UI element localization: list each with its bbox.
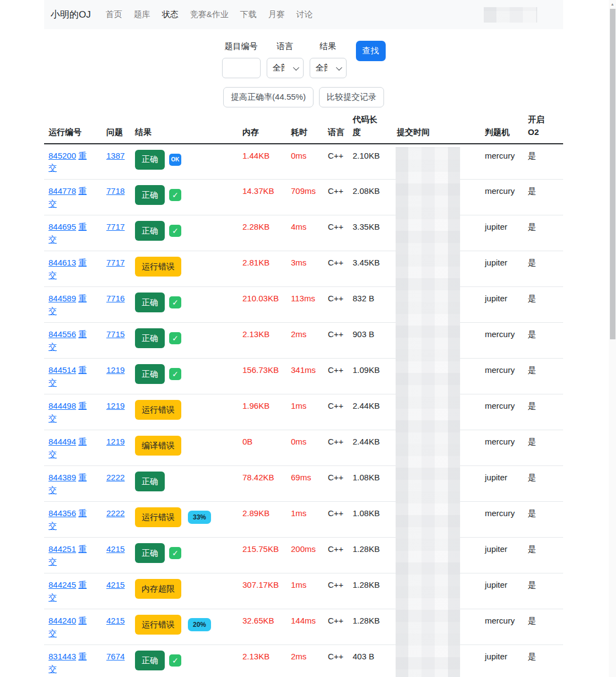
run-id-link[interactable]: 844556	[48, 329, 76, 339]
run-id-link[interactable]: 844251	[48, 544, 76, 554]
run-id-link[interactable]: 844514	[48, 365, 76, 375]
run-id-link[interactable]: 844613	[48, 258, 76, 267]
judger-value: mercury	[480, 359, 523, 394]
o2-value: 是	[523, 502, 563, 538]
table-row: 844251 重交 4215 正确 ✓ 215.75KB 200ms C++ 1…	[44, 538, 563, 573]
memory-value: 1.96KB	[238, 394, 287, 430]
code-length-value: 2.10KB	[348, 144, 392, 180]
language-value: C++	[323, 180, 348, 215]
code-length-value: 1.28KB	[348, 609, 392, 645]
table-row: 844556 重交 7715 正确 ✓ 2.13KB 2ms C++ 903 B…	[44, 323, 563, 359]
nav-item-home[interactable]: 首页	[106, 9, 122, 20]
run-id-link[interactable]: 844389	[48, 473, 76, 482]
language-value: C++	[323, 215, 348, 251]
memory-value: 2.13KB	[238, 645, 287, 677]
table-row: 831443 重交 7674 正确 ✓ 2.13KB 2ms C++ 403 B…	[44, 645, 563, 677]
o2-value: 是	[523, 144, 563, 180]
run-id-link[interactable]: 844245	[48, 580, 76, 589]
problem-link[interactable]: 4215	[106, 544, 125, 554]
table-row: 844240 重交 4215 运行错误 20% 32.65KB 144ms C+…	[44, 609, 563, 645]
result-badge: 正确	[135, 185, 165, 205]
nav-item-status[interactable]: 状态	[162, 9, 179, 20]
o2-value: 是	[523, 394, 563, 430]
result-badge: 正确	[135, 293, 165, 312]
time-value: 200ms	[287, 538, 323, 573]
time-value: 69ms	[287, 466, 323, 502]
run-id-link[interactable]: 844240	[48, 616, 76, 625]
nav-item-discuss[interactable]: 讨论	[296, 9, 313, 20]
nav-links: 首页 题库 状态 竞赛&作业 下载 月赛 讨论	[106, 9, 313, 20]
o2-value: 是	[523, 359, 563, 394]
partial-score-badge: 33%	[188, 511, 211, 524]
nav-item-download[interactable]: 下载	[240, 9, 257, 20]
memory-value: 14.37KB	[238, 180, 287, 215]
judger-value: mercury	[480, 394, 523, 430]
o2-value: 是	[523, 573, 563, 609]
submissions-table: 运行编号 问题 结果 内存 耗时 语言 代码长度 提交时间 判题机 开启O2 8…	[44, 113, 563, 677]
problem-link[interactable]: 7718	[106, 186, 125, 196]
result-badge: 内存超限	[135, 579, 181, 599]
problem-id-field: 题目编号	[222, 42, 261, 78]
language-select[interactable]: 全部	[267, 58, 304, 78]
result-field: 结果 全部	[310, 42, 347, 78]
problem-link[interactable]: 1219	[106, 401, 125, 410]
o2-value: 是	[523, 251, 563, 287]
compare-submissions-button[interactable]: 比较提交记录	[319, 87, 384, 107]
submit-time-blurred-column	[396, 147, 460, 677]
problem-link[interactable]: 7717	[106, 258, 125, 267]
time-value: 341ms	[287, 359, 323, 394]
table-row: 844514 重交 1219 正确 ✓ 156.73KB 341ms C++ 1…	[44, 359, 563, 394]
code-length-value: 2.44KB	[348, 394, 392, 430]
check-icon: ✓	[169, 189, 181, 201]
time-value: 0ms	[287, 430, 323, 466]
table-row: 844389 重交 2222 正确 78.42KB 69ms C++ 1.08K…	[44, 466, 563, 502]
improve-accuracy-button[interactable]: 提高正确率(44.55%)	[223, 87, 314, 107]
run-id-link[interactable]: 844695	[48, 222, 76, 231]
run-id-link[interactable]: 844498	[48, 401, 76, 410]
run-id-link[interactable]: 844778	[48, 186, 76, 196]
problem-link[interactable]: 4215	[106, 616, 125, 625]
run-id-link[interactable]: 844494	[48, 437, 76, 446]
brand-link[interactable]: 小明的OJ	[51, 8, 91, 21]
result-select[interactable]: 全部	[310, 58, 347, 78]
page-scrollbar[interactable]: ▲	[609, 0, 616, 677]
run-id-link[interactable]: 844589	[48, 294, 76, 303]
code-length-value: 3.35KB	[348, 215, 392, 251]
problem-link[interactable]: 7715	[106, 329, 125, 339]
scroll-up-arrow-icon[interactable]: ▲	[609, 0, 616, 8]
judger-value: mercury	[480, 430, 523, 466]
run-id-link[interactable]: 831443	[48, 652, 76, 661]
result-badge: 运行错误	[135, 257, 181, 277]
problem-link[interactable]: 7674	[106, 652, 125, 661]
memory-value: 215.75KB	[238, 538, 287, 573]
check-icon: ✓	[169, 368, 181, 380]
time-value: 3ms	[287, 251, 323, 287]
judger-value: mercury	[480, 180, 523, 215]
run-id-link[interactable]: 845200	[48, 151, 76, 160]
problem-link[interactable]: 2222	[106, 508, 125, 518]
nav-item-contests[interactable]: 竞赛&作业	[190, 9, 229, 20]
scrollbar-thumb[interactable]	[610, 9, 615, 339]
problem-link[interactable]: 2222	[106, 473, 125, 482]
header-o2: 开启O2	[523, 113, 563, 144]
problem-link[interactable]: 1387	[106, 151, 125, 160]
judger-value: jupiter	[480, 538, 523, 573]
judger-value: mercury	[480, 144, 523, 180]
nav-item-problems[interactable]: 题库	[134, 9, 150, 20]
problem-id-input[interactable]	[222, 58, 261, 78]
problem-link[interactable]: 7716	[106, 294, 125, 303]
time-value: 709ms	[287, 180, 323, 215]
language-value: C++	[323, 645, 348, 677]
o2-value: 是	[523, 323, 563, 359]
nav-item-monthly[interactable]: 月赛	[268, 9, 285, 20]
problem-link[interactable]: 1219	[106, 365, 125, 375]
run-id-link[interactable]: 844356	[48, 508, 76, 518]
result-badge: 正确	[135, 150, 165, 170]
search-button[interactable]: 查找	[356, 41, 386, 61]
problem-link[interactable]: 1219	[106, 437, 125, 446]
table-row: 844778 重交 7718 正确 ✓ 14.37KB 709ms C++ 2.…	[44, 180, 563, 215]
problem-link[interactable]: 4215	[106, 580, 125, 589]
result-badge: 正确	[135, 651, 165, 670]
problem-link[interactable]: 7717	[106, 222, 125, 231]
judger-value: mercury	[480, 323, 523, 359]
